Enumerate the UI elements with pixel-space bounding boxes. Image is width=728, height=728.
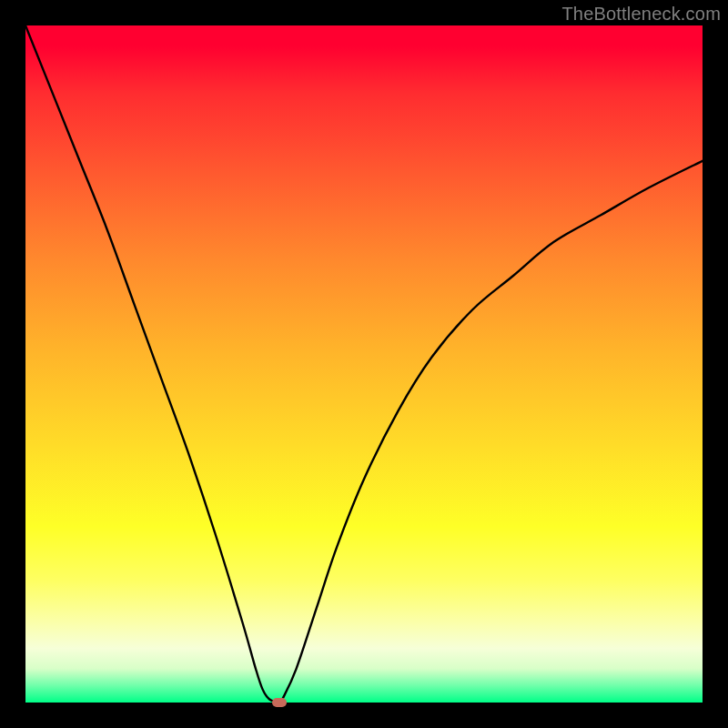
minimum-marker bbox=[272, 698, 287, 707]
chart-frame: TheBottleneck.com bbox=[0, 0, 728, 728]
bottleneck-curve bbox=[25, 25, 703, 703]
watermark-text: TheBottleneck.com bbox=[561, 4, 721, 25]
